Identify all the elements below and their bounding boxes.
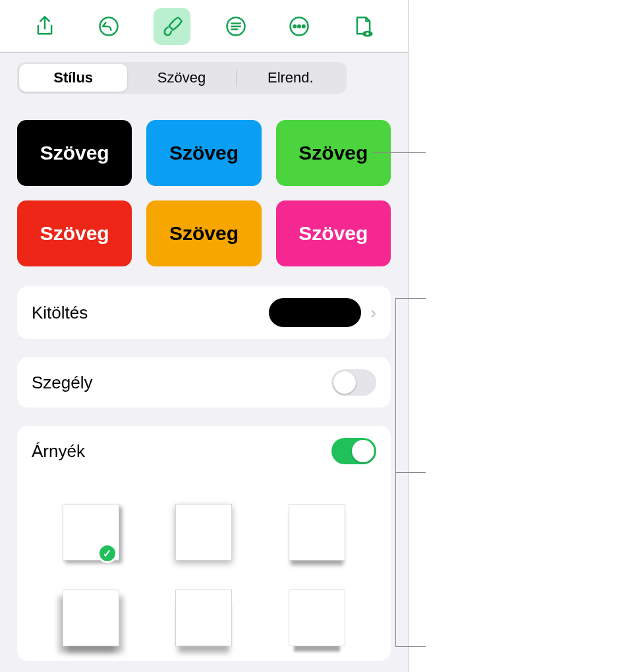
chevron-right-icon: ›	[370, 304, 376, 321]
style-swatch-6[interactable]: Szöveg	[276, 200, 391, 266]
shadow-label: Árnyék	[32, 441, 85, 462]
style-swatch-2[interactable]: Szöveg	[146, 120, 261, 186]
presenter-button[interactable]	[345, 8, 382, 45]
shadow-toggle[interactable]	[331, 438, 376, 464]
undo-icon	[97, 15, 121, 38]
segmented-control: Stílus Szöveg Elrend.	[17, 62, 347, 94]
more-icon	[287, 15, 311, 38]
border-group: Szegély	[17, 357, 391, 408]
fill-label: Kitöltés	[32, 303, 88, 323]
style-swatch-grid: SzövegSzövegSzövegSzövegSzövegSzöveg	[17, 120, 391, 266]
shadow-option-4[interactable]	[34, 575, 148, 661]
callout-line	[395, 298, 426, 299]
tab-arrange[interactable]: Elrend.	[237, 64, 345, 92]
border-toggle[interactable]	[331, 369, 376, 396]
fill-color-preview	[269, 298, 361, 327]
style-swatch-5[interactable]: Szöveg	[146, 200, 261, 266]
fill-row[interactable]: Kitöltés ›	[17, 286, 391, 339]
shadow-option-1[interactable]: ✓	[34, 489, 148, 575]
style-swatch-4[interactable]: Szöveg	[17, 200, 132, 266]
list-icon	[224, 15, 248, 38]
tab-style[interactable]: Stílus	[19, 64, 127, 92]
format-content: Stílus Szöveg Elrend. SzövegSzövegSzöveg…	[0, 53, 408, 672]
undo-button[interactable]	[90, 8, 127, 45]
border-row: Szegély	[17, 357, 391, 408]
toolbar	[0, 0, 408, 53]
brush-icon	[160, 15, 184, 38]
callout-line	[395, 646, 426, 647]
share-button[interactable]	[26, 8, 63, 45]
shadow-row: Árnyék	[17, 426, 391, 476]
shadow-option-6[interactable]	[260, 575, 374, 661]
border-label: Szegély	[32, 373, 93, 393]
style-swatch-1[interactable]: Szöveg	[17, 120, 132, 186]
shadow-option-3[interactable]	[260, 489, 374, 575]
format-panel: Stílus Szöveg Elrend. SzövegSzövegSzöveg…	[0, 0, 409, 672]
document-eye-icon	[351, 15, 375, 38]
svg-point-5	[302, 25, 305, 28]
more-button[interactable]	[281, 8, 318, 45]
shadow-option-5[interactable]	[148, 575, 261, 661]
tab-text[interactable]: Szöveg	[127, 64, 235, 92]
svg-point-4	[298, 25, 300, 28]
shadow-option-2[interactable]	[148, 489, 261, 575]
list-button[interactable]	[217, 8, 254, 45]
callout-line	[395, 472, 426, 473]
format-brush-button[interactable]	[154, 8, 190, 45]
check-icon: ✓	[98, 543, 117, 563]
svg-point-7	[366, 32, 368, 35]
fill-group: Kitöltés ›	[17, 286, 391, 339]
callout-line	[373, 152, 426, 153]
svg-point-3	[294, 25, 297, 28]
share-icon	[33, 15, 57, 38]
shadow-options-grid: ✓	[17, 476, 391, 661]
style-swatch-3[interactable]: Szöveg	[276, 120, 391, 186]
shadow-group: Árnyék ✓	[17, 426, 391, 661]
